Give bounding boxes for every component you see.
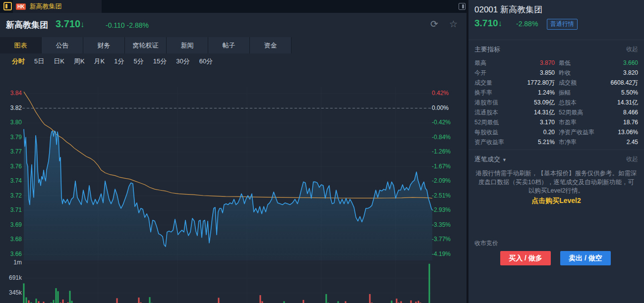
indicator-label: 成交额 bbox=[559, 78, 577, 88]
refresh-icon[interactable]: ⟳ bbox=[430, 18, 438, 30]
buy-long-button[interactable]: 买入 / 做多 bbox=[500, 251, 551, 265]
period-tab-5d[interactable]: 5日 bbox=[34, 57, 44, 66]
buy-level2-link[interactable]: 点击购买Level2 bbox=[468, 197, 644, 205]
stock-document-tab[interactable]: HK 新高教集团 bbox=[13, 0, 102, 13]
indicator-value: 14.31亿 bbox=[534, 107, 555, 117]
volume-bar bbox=[71, 301, 73, 303]
period-tab-month-k[interactable]: 月K bbox=[94, 57, 105, 66]
tab-financials[interactable]: 财务 bbox=[83, 37, 125, 53]
level2-notice-text: 港股行情需手动刷新，【基本报价】服务仅供参考。如需深度盘口数据（买卖10档），逐… bbox=[475, 169, 637, 196]
volume-bar bbox=[38, 301, 40, 303]
period-tab-week-k[interactable]: 周K bbox=[74, 57, 85, 66]
volume-bar bbox=[410, 301, 412, 303]
volume-bar bbox=[262, 301, 263, 303]
volume-bar bbox=[23, 283, 25, 303]
indicator-label: 52周最高 bbox=[559, 107, 583, 117]
axis-label: 3.82 bbox=[0, 104, 22, 111]
period-tab-5min[interactable]: 5分 bbox=[133, 57, 143, 66]
volume-bar bbox=[369, 294, 371, 303]
panel-toggle-bar bbox=[462, 4, 464, 8]
tab-posts[interactable]: 帖子 bbox=[208, 37, 250, 53]
indicator-cell: 市净率2.45 bbox=[559, 137, 638, 147]
period-tab-intraday[interactable]: 分时 bbox=[12, 57, 25, 66]
indicator-cell: 52周最高8.466 bbox=[559, 107, 638, 117]
volume-bar bbox=[138, 298, 140, 303]
volume-bar bbox=[53, 300, 55, 303]
indicator-cell: 净资产收益率13.06% bbox=[559, 127, 638, 137]
indicator-label: 市盈率 bbox=[559, 117, 577, 127]
closing-auction-label: 收市竞价 bbox=[474, 239, 498, 248]
chart-panel: 新高教集团 3.710↓ -0.110 -2.88% ⟳ ☆ 图表公告财务窝轮权… bbox=[0, 13, 467, 303]
tab-news[interactable]: 新闻 bbox=[167, 37, 208, 53]
panel-toggle-icon[interactable] bbox=[459, 3, 466, 10]
dropdown-triangle-icon: ▼ bbox=[502, 157, 507, 162]
axis-label: 0.42% bbox=[432, 90, 449, 97]
quote-change-percent: -2.88% bbox=[516, 20, 538, 28]
collapse-trades-link[interactable]: 收起 bbox=[626, 155, 638, 163]
section-divider bbox=[468, 40, 644, 40]
period-tabs: 分时5日日K周K月K1分5分15分30分60分 bbox=[0, 53, 467, 69]
stock-tab-title: 新高教集团 bbox=[29, 2, 61, 11]
indicator-cell: 市盈率18.76 bbox=[559, 117, 638, 127]
axis-label: 3.77 bbox=[0, 148, 22, 155]
stock-name: 新高教集团 bbox=[6, 19, 48, 31]
tab-chart[interactable]: 图表 bbox=[0, 37, 42, 53]
volume-bar bbox=[36, 299, 37, 303]
intraday-chart[interactable]: 3.843.823.803.793.773.763.743.723.713.69… bbox=[0, 82, 467, 303]
indicator-value: 1.24% bbox=[538, 88, 555, 98]
volume-bar bbox=[429, 264, 430, 303]
period-tab-30min[interactable]: 30分 bbox=[176, 57, 189, 66]
trades-section-title[interactable]: 逐笔成交 bbox=[474, 155, 500, 163]
down-arrow-icon: ↓ bbox=[80, 20, 85, 29]
indicator-label: 今开 bbox=[474, 68, 486, 78]
volume-bar bbox=[284, 301, 285, 303]
current-price: 3.710↓ bbox=[56, 18, 85, 30]
axis-label: -3.77% bbox=[432, 236, 451, 243]
tab-funds[interactable]: 资金 bbox=[250, 37, 292, 53]
indicator-row: 每股收益0.20净资产收益率13.06% bbox=[474, 127, 638, 137]
indicator-label: 昨收 bbox=[559, 68, 571, 78]
volume-bar bbox=[58, 291, 59, 303]
indicator-value: 5.50% bbox=[621, 88, 638, 98]
trading-app-window: HK 新高教集团 新高教集团 3.710↓ -0.110 -2.88% ⟳ ☆ … bbox=[0, 0, 644, 303]
period-tab-day-k[interactable]: 日K bbox=[54, 57, 64, 66]
indicator-value: 3.170 bbox=[540, 117, 555, 127]
period-tab-60min[interactable]: 60分 bbox=[199, 57, 213, 66]
indicator-cell: 资产收益率5.21% bbox=[474, 137, 559, 147]
axis-label: -0.42% bbox=[432, 119, 451, 126]
indicator-value: 2.45 bbox=[627, 137, 638, 147]
sell-short-button[interactable]: 卖出 / 做空 bbox=[560, 251, 611, 265]
sidebar-toggle-icon[interactable] bbox=[3, 2, 12, 10]
indicator-label: 换手率 bbox=[474, 88, 492, 98]
trades-section-header: 逐笔成交▼ 收起 bbox=[474, 155, 638, 164]
axis-label: 3.72 bbox=[0, 192, 22, 199]
indicator-label: 振幅 bbox=[559, 88, 571, 98]
volume-bar bbox=[117, 298, 118, 303]
indicator-value: 3.820 bbox=[623, 68, 638, 78]
volume-bar bbox=[149, 297, 151, 303]
indicator-label: 最高 bbox=[474, 58, 486, 68]
indicator-value: 14.31亿 bbox=[617, 98, 638, 107]
volume-bar bbox=[418, 301, 419, 303]
tab-announcements[interactable]: 公告 bbox=[42, 37, 83, 53]
collapse-indicators-link[interactable]: 收起 bbox=[626, 45, 638, 53]
favorite-star-icon[interactable]: ☆ bbox=[449, 18, 458, 30]
indicators-section-title: 主要指标 bbox=[474, 46, 500, 53]
indicator-cell: 成交额6608.42万 bbox=[559, 78, 638, 88]
indicator-label: 52周最低 bbox=[474, 117, 499, 127]
axis-label: 0.00% bbox=[432, 104, 449, 111]
volume-bar bbox=[326, 294, 327, 303]
period-tab-1min[interactable]: 1分 bbox=[114, 57, 124, 66]
axis-label: 3.71 bbox=[0, 206, 22, 213]
volume-bar bbox=[401, 301, 402, 303]
period-tab-15min[interactable]: 15分 bbox=[153, 57, 167, 66]
quote-panel: 02001 新高教集团 3.710↓ -2.88% 普通行情 主要指标 收起 最… bbox=[468, 0, 644, 303]
axis-label: -0.84% bbox=[432, 134, 451, 141]
quote-level-badge[interactable]: 普通行情 bbox=[547, 19, 578, 30]
volume-bar bbox=[396, 299, 398, 303]
price-area-fill bbox=[24, 129, 432, 260]
tab-warrants[interactable]: 窝轮权证 bbox=[125, 37, 167, 53]
indicator-cell: 换手率1.24% bbox=[474, 88, 559, 98]
market-hk-badge: HK bbox=[16, 3, 26, 10]
indicator-cell: 昨收3.820 bbox=[559, 68, 638, 78]
